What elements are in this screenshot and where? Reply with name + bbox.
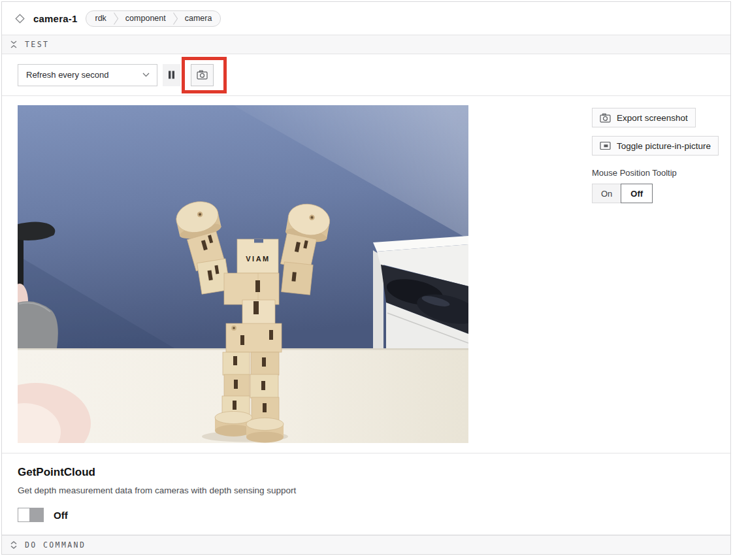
component-card: camera-1 rdk component camera TEST Refre… bbox=[1, 1, 731, 555]
toggle-state-label: Off bbox=[54, 510, 68, 521]
refresh-toolbar: Refresh every second bbox=[2, 54, 730, 96]
tooltip-off-button[interactable]: Off bbox=[621, 184, 653, 203]
chevron-separator-icon bbox=[172, 12, 178, 25]
toggle-pip-button[interactable]: Toggle picture-in-picture bbox=[592, 136, 719, 156]
breadcrumb-item-camera: camera bbox=[178, 11, 219, 26]
camera-icon bbox=[600, 113, 611, 123]
get-point-cloud-title: GetPointCloud bbox=[18, 466, 715, 479]
picture-in-picture-icon bbox=[600, 141, 611, 150]
toggle-knob bbox=[18, 508, 30, 522]
export-screenshot-label: Export screenshot bbox=[617, 113, 688, 123]
breadcrumb-item-rdk: rdk bbox=[88, 11, 112, 26]
viam-logo-text: VIAM bbox=[246, 255, 270, 263]
mouse-tooltip-segmented-control: On Off bbox=[592, 184, 729, 203]
do-command-section-label: DO COMMAND bbox=[25, 540, 86, 550]
camera-live-feed: VIAM bbox=[18, 105, 468, 443]
get-point-cloud-description: Get depth measurement data from cameras … bbox=[18, 486, 715, 495]
page-title: camera-1 bbox=[33, 13, 77, 24]
toggle-pip-label: Toggle picture-in-picture bbox=[617, 141, 711, 151]
export-screenshot-button[interactable]: Export screenshot bbox=[592, 108, 696, 127]
right-foot bbox=[246, 418, 284, 443]
get-point-cloud-toggle[interactable] bbox=[18, 508, 44, 522]
test-section-bar[interactable]: TEST bbox=[2, 35, 730, 54]
camera-icon bbox=[197, 70, 208, 80]
refresh-rate-select[interactable]: Refresh every second bbox=[18, 64, 157, 86]
expand-icon bbox=[10, 540, 17, 550]
collapse-icon bbox=[10, 40, 17, 49]
breadcrumb: rdk component camera bbox=[86, 10, 221, 27]
pause-refresh-button[interactable] bbox=[163, 64, 180, 86]
refresh-rate-value: Refresh every second bbox=[26, 70, 108, 80]
chevron-down-icon bbox=[142, 73, 150, 77]
test-section-label: TEST bbox=[25, 40, 49, 49]
screenshot-button[interactable] bbox=[191, 64, 214, 86]
diamond-icon bbox=[15, 14, 25, 24]
feed-side-controls: Export screenshot Toggle picture-in-pict… bbox=[592, 105, 729, 203]
component-header: camera-1 rdk component camera bbox=[2, 2, 730, 35]
breadcrumb-item-component: component bbox=[119, 11, 172, 26]
get-point-cloud-section: GetPointCloud Get depth measurement data… bbox=[2, 453, 730, 535]
do-command-section-bar[interactable]: DO COMMAND bbox=[2, 535, 730, 555]
pause-icon bbox=[168, 71, 175, 79]
cabinet bbox=[373, 236, 468, 348]
tooltip-on-button[interactable]: On bbox=[592, 184, 621, 203]
test-panel-body: VIAM bbox=[2, 96, 730, 453]
annotation-highlight-box bbox=[182, 57, 227, 93]
mouse-position-tooltip-label: Mouse Position Tooltip bbox=[592, 168, 729, 178]
chevron-separator-icon bbox=[113, 12, 119, 25]
